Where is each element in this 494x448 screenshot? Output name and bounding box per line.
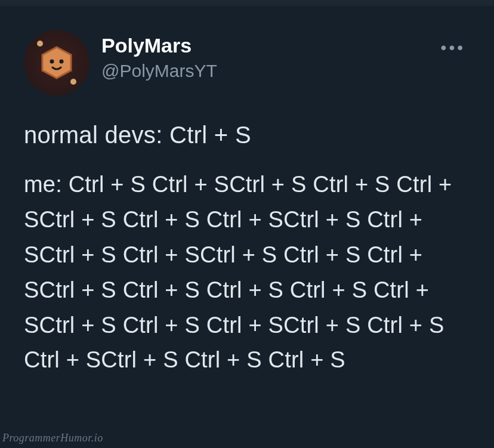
tweet-container: PolyMars @PolyMarsYT ••• normal devs: Ct… <box>0 6 494 396</box>
avatar-image <box>39 45 75 81</box>
avatar[interactable] <box>24 30 89 95</box>
display-name[interactable]: PolyMars <box>101 33 424 58</box>
tweet-text-line-1: normal devs: Ctrl + S <box>24 119 470 150</box>
svg-point-1 <box>50 60 54 64</box>
more-options-button[interactable]: ••• <box>436 36 470 60</box>
svg-marker-0 <box>42 47 71 78</box>
user-handle[interactable]: @PolyMarsYT <box>101 59 424 82</box>
svg-point-2 <box>60 60 64 64</box>
avatar-dot-bottom-right <box>70 79 76 85</box>
avatar-dot-top-left <box>37 41 43 47</box>
watermark: ProgrammerHumor.io <box>2 432 103 444</box>
tweet-text-line-2: me: Ctrl + S Ctrl + SCtrl + S Ctrl + S C… <box>24 167 470 378</box>
ellipsis-icon: ••• <box>441 38 465 57</box>
top-bar <box>0 0 494 6</box>
tweet-header: PolyMars @PolyMarsYT ••• <box>24 30 470 95</box>
tweet-body: normal devs: Ctrl + S me: Ctrl + S Ctrl … <box>24 119 470 378</box>
user-info: PolyMars @PolyMarsYT <box>101 30 424 82</box>
